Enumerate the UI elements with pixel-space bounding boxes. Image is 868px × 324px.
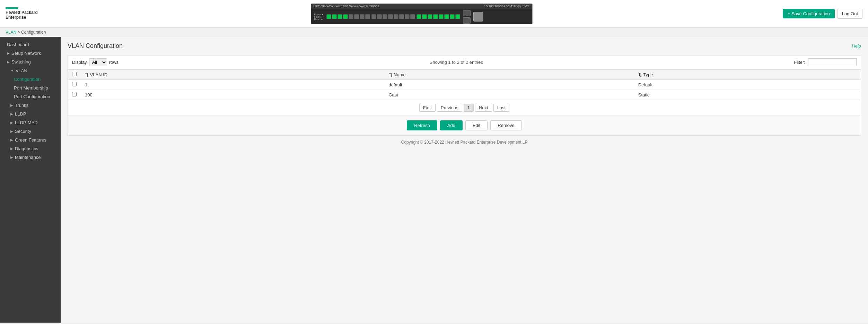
row-checkbox-cell (68, 80, 81, 90)
vlan-table: ⇅ VLAN ID ⇅ Name ⇅ Type 1 default (68, 69, 861, 100)
sidebar-item-security[interactable]: ▶ Security (0, 127, 61, 136)
port-group-3 (417, 14, 460, 19)
diagnostics-arrow: ▶ (10, 147, 13, 151)
logo-area: Hewlett PackardEnterprise (6, 7, 61, 20)
switch-info: Power ● Fault ● Reset ● (314, 13, 323, 20)
first-page-button[interactable]: First (419, 104, 436, 112)
sidebar-item-switching[interactable]: ▶ Switching (0, 58, 61, 66)
green-features-arrow: ▶ (10, 138, 13, 142)
sidebar-item-port-membership[interactable]: Port Membership (0, 84, 61, 92)
sidebar-item-setup-network[interactable]: ▶ Setup Network (0, 49, 61, 58)
row-checkbox-1[interactable] (72, 92, 77, 96)
select-all-checkbox[interactable] (72, 72, 77, 76)
display-select[interactable]: All 10 25 50 100 (89, 58, 107, 66)
header-actions: + Save Configuration Log Out (783, 9, 862, 19)
content-area: VLAN Configuration Help Display All 10 2… (61, 37, 868, 323)
footer: Copyright © 2017-2022 Hewlett Packard En… (68, 136, 861, 149)
sidebar: Dashboard ▶ Setup Network ▶ Switching ▼ … (0, 37, 61, 323)
port-24 (455, 14, 460, 19)
filter-area: Filter: (794, 58, 857, 66)
sfp-1 (463, 10, 471, 16)
breadcrumb-vlan-link[interactable]: VLAN (6, 30, 16, 35)
trunks-arrow: ▶ (10, 103, 13, 107)
logout-button[interactable]: Log Out (838, 9, 862, 19)
port-16 (410, 14, 415, 19)
green-features-label: Green Features (15, 137, 46, 143)
sfp-2 (463, 17, 471, 24)
save-configuration-button[interactable]: + Save Configuration (783, 9, 835, 18)
last-page-button[interactable]: Last (493, 104, 510, 112)
dashboard-label: Dashboard (7, 42, 29, 47)
lldp-label: LLDP (15, 111, 26, 117)
display-row: Display All 10 25 50 100 rows (72, 58, 119, 66)
switch-title-bar: HPE OfficeConnect 1820 Series Switch J99… (311, 4, 532, 9)
port-group-2 (371, 14, 415, 19)
action-buttons: Refresh Add Edit Remove (68, 115, 861, 135)
name-cell: Gast (385, 90, 634, 100)
switch-title: HPE OfficeConnect 1820 Series Switch J99… (313, 5, 379, 8)
row-checkbox-0[interactable] (72, 82, 77, 86)
copyright-text: Copyright © 2017-2022 Hewlett Packard En… (401, 140, 527, 145)
port-1 (326, 14, 331, 19)
select-all-col (68, 70, 81, 80)
port-12 (388, 14, 393, 19)
table-row: 1 default Default (68, 80, 861, 90)
setup-network-arrow: ▶ (7, 51, 10, 55)
sidebar-item-trunks[interactable]: ▶ Trunks (0, 101, 61, 110)
vlan-arrow: ▼ (10, 69, 14, 73)
add-button[interactable]: Add (440, 120, 463, 130)
port-22 (444, 14, 449, 19)
port-23 (450, 14, 455, 19)
lldp-med-label: LLDP-MED (15, 120, 38, 125)
filter-input[interactable] (808, 58, 857, 66)
breadcrumb-current: Configuration (21, 30, 46, 35)
next-page-button[interactable]: Next (475, 104, 492, 112)
sidebar-item-vlan[interactable]: ▼ VLAN (0, 66, 61, 75)
type-cell: Static (634, 90, 861, 100)
lldp-med-arrow: ▶ (10, 121, 13, 125)
refresh-button[interactable]: Refresh (407, 120, 437, 130)
port-7 (360, 14, 365, 19)
sidebar-item-port-configuration[interactable]: Port Configuration (0, 92, 61, 101)
security-label: Security (15, 129, 31, 134)
port-13 (394, 14, 398, 19)
sidebar-item-lldp-med[interactable]: ▶ LLDP-MED (0, 118, 61, 127)
setup-network-label: Setup Network (11, 51, 41, 56)
sidebar-item-maintenance[interactable]: ▶ Maintenance (0, 153, 61, 162)
port-membership-label: Port Membership (14, 85, 48, 91)
port-group-1 (326, 14, 370, 19)
page-1-button[interactable]: 1 (464, 104, 474, 112)
previous-page-button[interactable]: Previous (437, 104, 462, 112)
switch-diagram: HPE OfficeConnect 1820 Series Switch J99… (61, 3, 783, 24)
port-4 (343, 14, 348, 19)
port-17 (417, 14, 421, 19)
edit-button[interactable]: Edit (465, 120, 488, 130)
display-label: Display (72, 60, 87, 65)
maintenance-arrow: ▶ (10, 155, 13, 159)
port-18 (422, 14, 427, 19)
port-14 (399, 14, 404, 19)
hpe-logo: Hewlett PackardEnterprise (6, 7, 38, 20)
port-10 (377, 14, 382, 19)
port-5 (349, 14, 353, 19)
table-row: 100 Gast Static (68, 90, 861, 100)
header: Hewlett PackardEnterprise HPE OfficeConn… (0, 0, 868, 28)
sidebar-item-dashboard[interactable]: Dashboard (0, 40, 61, 49)
type-header[interactable]: ⇅ Type (634, 70, 861, 80)
sidebar-item-green-features[interactable]: ▶ Green Features (0, 136, 61, 144)
help-link[interactable]: Help (852, 43, 861, 49)
port-2 (332, 14, 337, 19)
maintenance-label: Maintenance (15, 155, 41, 160)
diagnostics-label: Diagnostics (15, 146, 38, 151)
port-9 (371, 14, 376, 19)
port-3 (337, 14, 342, 19)
type-cell: Default (634, 80, 861, 90)
port-6 (354, 14, 359, 19)
name-header[interactable]: ⇅ Name (385, 70, 634, 80)
vlan-id-header[interactable]: ⇅ VLAN ID (81, 70, 385, 80)
sidebar-item-lldp[interactable]: ▶ LLDP (0, 110, 61, 118)
sidebar-item-configuration[interactable]: Configuration (0, 75, 61, 84)
sidebar-item-diagnostics[interactable]: ▶ Diagnostics (0, 144, 61, 153)
remove-button[interactable]: Remove (490, 120, 521, 130)
lldp-arrow: ▶ (10, 112, 13, 116)
